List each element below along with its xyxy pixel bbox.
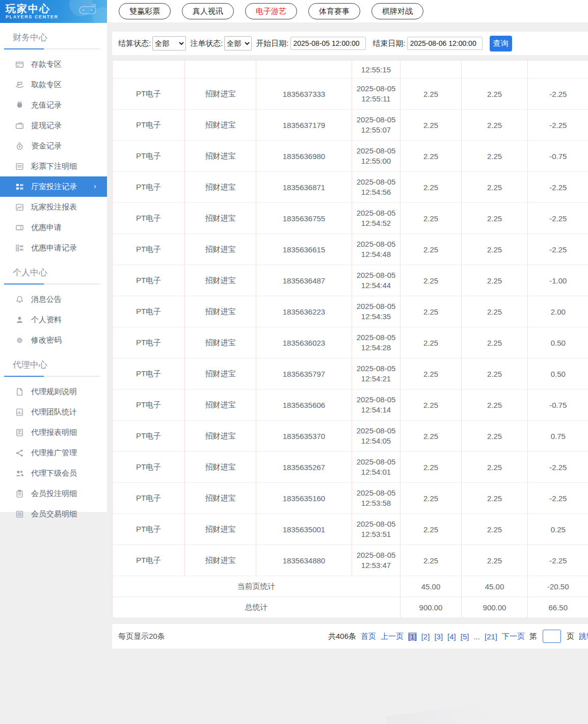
game-cell: 招财进宝 xyxy=(185,141,256,172)
table-cell: 12:55:15 xyxy=(352,61,400,79)
game-cell: 招财进宝 xyxy=(185,514,256,545)
page-number-link[interactable]: [3] xyxy=(434,632,443,641)
table-cell xyxy=(462,61,528,79)
sidebar-item[interactable]: 彩票下注明细 xyxy=(0,156,107,176)
sidebar-item[interactable]: 消息公告 xyxy=(0,289,107,309)
bet-amount-cell: 2.25 xyxy=(400,390,462,421)
sidebar-item-label: 会员投注明细 xyxy=(31,489,77,499)
sidebar-item[interactable]: 代理推广管理 xyxy=(0,443,107,463)
order-no-cell: 1835636615 xyxy=(256,234,352,265)
sidebar-item[interactable]: 提现记录 xyxy=(0,115,107,136)
valid-amount-cell: 2.25 xyxy=(462,234,528,265)
platform-cell: PT电子 xyxy=(113,234,185,265)
lottery-list-icon xyxy=(15,162,24,171)
next-page-link[interactable]: 下一页 xyxy=(502,632,525,641)
category-tab[interactable]: 雙赢彩票 xyxy=(119,3,171,19)
table-row: PT电子招财进宝18356353702025-08-0512:54:052.25… xyxy=(113,421,588,452)
end-date-input[interactable] xyxy=(407,37,483,50)
jump-page-input[interactable] xyxy=(543,630,561,643)
start-date-label: 开始日期: xyxy=(256,39,288,48)
datetime-cell: 2025-08-0512:55:07 xyxy=(352,110,400,141)
platform-cell: PT电子 xyxy=(113,545,185,576)
bet-amount-cell: 2.25 xyxy=(400,358,462,390)
valid-amount-cell: 2.25 xyxy=(462,172,528,203)
category-tab[interactable]: 体育赛事 xyxy=(308,3,360,19)
sidebar-item[interactable]: 优惠申请记录 xyxy=(0,238,107,258)
page-number-link[interactable]: [1] xyxy=(408,632,417,641)
platform-cell: PT电子 xyxy=(113,452,185,483)
date-line: 2025-08-05 xyxy=(352,177,400,187)
sidebar-item[interactable]: 优惠申请 xyxy=(0,217,107,238)
sidebar-item[interactable]: 代理团队统计 xyxy=(0,402,107,422)
jump-button[interactable]: 跳转 xyxy=(579,632,588,641)
profit-cell: -2.25 xyxy=(528,545,588,576)
time-line: 12:54:35 xyxy=(352,312,400,322)
first-page-link[interactable]: 首页 xyxy=(361,632,376,641)
category-tab[interactable]: 电子游艺 xyxy=(245,3,297,19)
user-icon xyxy=(15,316,24,324)
datetime-cell: 2025-08-0512:54:28 xyxy=(352,327,400,358)
table-row: PT电子招财进宝18356366152025-08-0512:54:482.25… xyxy=(113,234,588,265)
valid-amount-cell: 2.25 xyxy=(462,327,528,358)
ticket-icon xyxy=(15,223,24,232)
valid-amount-cell: 2.25 xyxy=(462,358,528,390)
coin-purse-icon xyxy=(15,142,24,150)
order-no-cell: 1835635797 xyxy=(256,358,352,390)
datetime-cell: 2025-08-0512:54:48 xyxy=(352,234,400,265)
datetime-cell: 2025-08-0512:53:47 xyxy=(352,545,400,576)
datetime-cell: 2025-08-0512:54:05 xyxy=(352,421,400,452)
bet-amount-cell: 2.25 xyxy=(400,110,462,141)
profit-cell: 0.50 xyxy=(528,358,588,390)
sidebar-item[interactable]: 代理下级会员 xyxy=(0,463,107,483)
table-row: PT电子招财进宝18356360232025-08-0512:54:282.25… xyxy=(113,327,588,358)
sidebar-item[interactable]: 充值记录 xyxy=(0,95,107,115)
page-number-link[interactable]: ... xyxy=(473,632,480,641)
order-no-cell: 1835635370 xyxy=(256,421,352,452)
sidebar-item[interactable]: 玩家投注报表 xyxy=(0,197,107,217)
gamepad-icon xyxy=(77,4,98,17)
date-line: 2025-08-05 xyxy=(352,239,400,249)
start-date-input[interactable] xyxy=(290,37,366,50)
date-line: 2025-08-05 xyxy=(352,301,400,312)
order-status-select[interactable]: 全部 xyxy=(224,36,252,50)
sidebar-item[interactable]: 取款专区 xyxy=(0,74,107,95)
category-tab[interactable]: 真人视讯 xyxy=(182,3,234,19)
date-line: 2025-08-05 xyxy=(352,115,400,125)
query-button[interactable]: 查询 xyxy=(490,36,512,51)
sidebar-item-label: 会员交易明细 xyxy=(31,509,77,519)
sidebar-item-label: 消息公告 xyxy=(31,295,62,304)
page-number-link[interactable]: [5] xyxy=(461,632,469,641)
sidebar-item[interactable]: 代理报表明细 xyxy=(0,422,107,443)
time-line: 12:54:01 xyxy=(352,467,400,477)
sidebar-item-label: 代理规则说明 xyxy=(31,387,77,397)
bet-amount-cell: 2.25 xyxy=(400,296,462,327)
sidebar-section-title: 代理中心 xyxy=(0,350,107,376)
sidebar-item[interactable]: 厅室投注记录› xyxy=(0,176,107,197)
sidebar-item[interactable]: 会员交易明细 xyxy=(0,504,107,524)
summary-label-cell: 当前页统计 xyxy=(113,576,400,597)
page-number-link[interactable]: [2] xyxy=(421,632,430,641)
sidebar-item[interactable]: 资金记录 xyxy=(0,136,107,156)
category-tab[interactable]: 棋牌对战 xyxy=(371,3,423,19)
platform-cell: PT电子 xyxy=(113,358,185,390)
profit-cell: -0.75 xyxy=(528,141,588,172)
prev-page-link[interactable]: 上一页 xyxy=(381,632,404,641)
sidebar-item[interactable]: 代理规则说明 xyxy=(0,381,107,402)
time-line: 12:53:47 xyxy=(352,560,400,571)
sidebar-item-label: 优惠申请记录 xyxy=(31,243,77,253)
settle-status-select[interactable]: 全部 xyxy=(152,36,186,50)
summary-valid-cell: 45.00 xyxy=(462,576,528,597)
profit-cell: 2.00 xyxy=(528,296,588,327)
page-number-link[interactable]: [21] xyxy=(485,632,497,641)
bet-amount-cell: 2.25 xyxy=(400,172,462,203)
table-row: PT电子招财进宝18356362232025-08-0512:54:352.25… xyxy=(113,296,588,327)
clipboard-icon xyxy=(15,489,24,498)
valid-amount-cell: 2.25 xyxy=(462,514,528,545)
sidebar-item[interactable]: 个人资料 xyxy=(0,309,107,330)
sidebar-item[interactable]: 存款专区 xyxy=(0,54,107,74)
sidebar-item[interactable]: 会员投注明细 xyxy=(0,483,107,504)
order-no-cell: 1835637333 xyxy=(256,79,352,110)
sidebar-item[interactable]: 修改密码 xyxy=(0,330,107,350)
game-cell: 招财进宝 xyxy=(185,265,256,296)
page-number-link[interactable]: [4] xyxy=(447,632,456,641)
